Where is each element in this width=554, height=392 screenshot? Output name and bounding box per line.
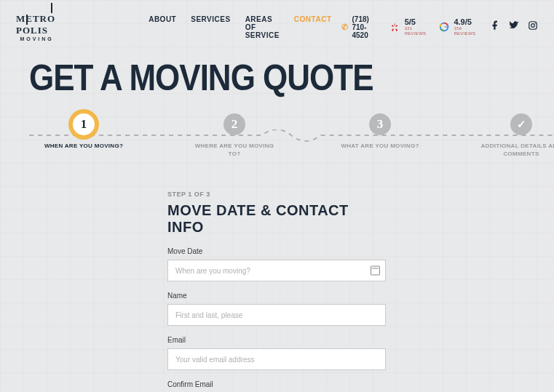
nav-contact[interactable]: CONTACT <box>294 15 332 39</box>
google-icon <box>439 20 449 33</box>
header: METROPOLIS MOVING ABOUT SERVICES AREAS O… <box>0 0 554 42</box>
field-confirm-email: Confirm Email <box>167 380 386 392</box>
yelp-icon <box>389 20 400 33</box>
main-content: GET A MOVING QUOTE 1 WHEN ARE YOU MOVING… <box>0 42 554 392</box>
step-counter: STEP 1 OF 3 <box>167 191 386 198</box>
social-links <box>490 20 538 33</box>
form-heading: MOVE DATE & CONTACT INFO <box>167 202 386 236</box>
phone-number: (718) 710-4520 <box>352 15 376 39</box>
email-input[interactable] <box>167 348 386 370</box>
field-name: Name <box>167 292 386 326</box>
phone-link[interactable]: ✆ (718) 710-4520 <box>341 15 376 39</box>
name-label: Name <box>167 292 386 300</box>
yelp-review[interactable]: 5/5 221 REVIEWS <box>389 17 429 36</box>
svg-point-3 <box>535 23 536 23</box>
nav-areas[interactable]: AREAS OF SERVICE <box>245 15 280 39</box>
svg-point-2 <box>531 24 535 28</box>
step-2-circle: 2 <box>223 113 245 135</box>
step-4-label: ADDITIONAL DETAILS AND COMMENTS <box>478 143 554 159</box>
email-label: Email <box>167 336 386 344</box>
reviews: 5/5 221 REVIEWS 4.9/5 156 REVIEWS <box>389 17 478 36</box>
step-2[interactable]: 2 WHERE ARE YOU MOVING TO? <box>191 113 278 159</box>
google-review[interactable]: 4.9/5 156 REVIEWS <box>439 17 478 36</box>
step-3-circle: 3 <box>369 113 391 135</box>
instagram-link[interactable] <box>528 20 538 33</box>
field-email: Email <box>167 336 386 370</box>
facebook-link[interactable] <box>490 20 500 33</box>
logo-text: METROPOLIS <box>16 13 58 36</box>
yelp-score: 5/5 <box>405 17 430 26</box>
nav-about[interactable]: ABOUT <box>149 15 176 39</box>
confirm-email-label: Confirm Email <box>167 380 386 388</box>
phone-icon: ✆ <box>341 23 348 32</box>
step-1-circle: 1 <box>73 113 95 135</box>
step-2-label: WHERE ARE YOU MOVING TO? <box>191 143 278 159</box>
quote-form: STEP 1 OF 3 MOVE DATE & CONTACT INFO Mov… <box>167 191 386 392</box>
instagram-icon <box>528 20 538 31</box>
twitter-link[interactable] <box>509 20 519 33</box>
name-input[interactable] <box>167 304 386 326</box>
step-1[interactable]: 1 WHEN ARE YOU MOVING? <box>40 113 127 151</box>
twitter-icon <box>509 20 519 31</box>
step-4-circle <box>510 113 532 135</box>
calendar-icon[interactable] <box>371 266 380 276</box>
step-3-label: WHAT ARE YOU MOVING? <box>336 143 424 151</box>
main-nav: ABOUT SERVICES AREAS OF SERVICE CONTACT <box>149 15 331 39</box>
step-1-label: WHEN ARE YOU MOVING? <box>40 143 127 151</box>
nav-services[interactable]: SERVICES <box>191 15 230 39</box>
field-move-date: Move Date <box>167 247 386 281</box>
facebook-icon <box>490 20 500 31</box>
yelp-count: 221 REVIEWS <box>405 26 430 36</box>
page-title: GET A MOVING QUOTE <box>29 57 525 99</box>
move-date-label: Move Date <box>167 247 386 255</box>
google-count: 156 REVIEWS <box>454 26 478 36</box>
move-date-input[interactable] <box>167 260 386 281</box>
google-score: 4.9/5 <box>454 17 478 26</box>
logo[interactable]: METROPOLIS MOVING <box>16 13 58 41</box>
step-indicator: 1 WHEN ARE YOU MOVING? 2 WHERE ARE YOU M… <box>29 113 525 172</box>
step-3[interactable]: 3 WHAT ARE YOU MOVING? <box>336 113 424 151</box>
logo-subtext: MOVING <box>20 36 53 41</box>
step-4[interactable]: ADDITIONAL DETAILS AND COMMENTS <box>478 113 554 159</box>
